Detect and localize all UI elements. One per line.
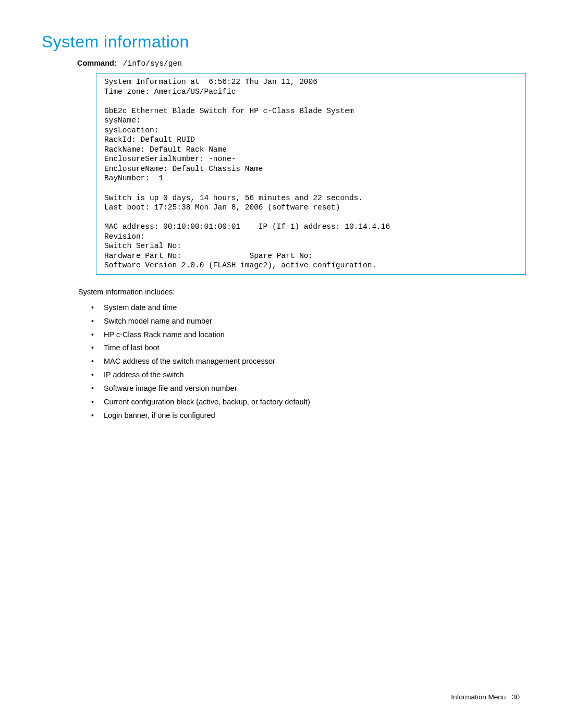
- code-output-box: System Information at 6:56:22 Thu Jan 11…: [96, 73, 526, 275]
- list-item: HP c-Class Rack name and location: [86, 330, 521, 340]
- page-title: System information: [42, 32, 521, 52]
- list-item: IP address of the switch: [86, 370, 521, 380]
- intro-text: System information includes:: [78, 288, 521, 296]
- list-item: Software image file and version number: [86, 384, 521, 393]
- command-label: Command:: [77, 59, 117, 67]
- list-item: MAC address of the switch management pro…: [86, 356, 521, 366]
- bullet-list: System date and time Switch model name a…: [86, 303, 521, 421]
- list-item: System date and time: [86, 303, 521, 313]
- list-item: Switch model name and number: [86, 316, 521, 326]
- footer-section: Information Menu: [451, 693, 506, 701]
- list-item: Current configuration block (active, bac…: [86, 397, 521, 407]
- command-row: Command: /info/sys/gen: [77, 59, 521, 68]
- list-item: Time of last boot: [86, 343, 521, 353]
- command-value: /info/sys/gen: [123, 59, 182, 68]
- page-footer: Information Menu 30: [451, 693, 520, 701]
- list-item: Login banner, if one is configured: [86, 411, 521, 421]
- footer-page-number: 30: [512, 693, 520, 701]
